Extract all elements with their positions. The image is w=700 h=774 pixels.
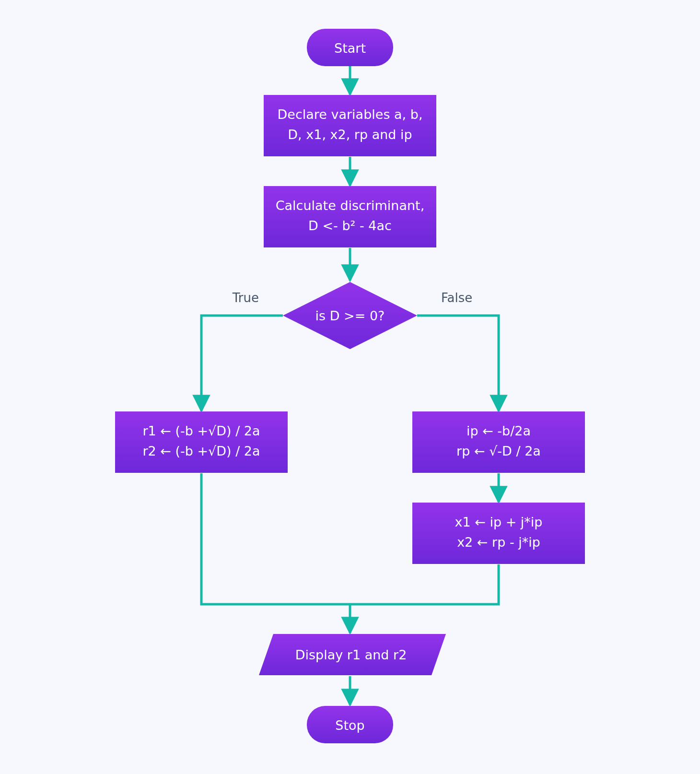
node-display: Display r1 and r2 xyxy=(259,634,446,675)
node-discriminant: Calculate discriminant, D <- b² - 4ac xyxy=(264,186,436,247)
node-real: r1 ← (-b +√D) / 2a r2 ← (-b +√D) / 2a xyxy=(115,411,288,473)
node-imagparts-l1: ip ← -b/2a xyxy=(467,423,531,438)
node-real-l1: r1 ← (-b +√D) / 2a xyxy=(142,423,260,438)
svg-rect-5 xyxy=(412,411,585,473)
node-stop: Stop xyxy=(307,706,393,743)
node-start-text: Start xyxy=(334,41,366,56)
node-declare-l1: Declare variables a, b, xyxy=(278,107,423,122)
node-display-text: Display r1 and r2 xyxy=(295,647,407,662)
node-imagparts-l2: rp ← √-D / 2a xyxy=(456,444,541,458)
node-discriminant-l2: D <- b² - 4ac xyxy=(308,218,392,233)
node-discriminant-l1: Calculate discriminant, xyxy=(276,198,425,213)
label-true: True xyxy=(232,291,259,305)
svg-rect-2 xyxy=(264,186,436,247)
node-start: Start xyxy=(307,29,393,66)
node-imagparts: ip ← -b/2a rp ← √-D / 2a xyxy=(412,411,585,473)
node-combine-l1: x1 ← ip + j*ip xyxy=(455,515,542,529)
node-declare-l2: D, x1, x2, rp and ip xyxy=(288,127,412,142)
label-false: False xyxy=(441,291,472,305)
svg-rect-4 xyxy=(115,411,288,473)
node-real-l2: r2 ← (-b +√D) / 2a xyxy=(142,444,260,458)
node-declare: Declare variables a, b, D, x1, x2, rp an… xyxy=(264,95,436,156)
node-stop-text: Stop xyxy=(335,718,364,733)
svg-rect-1 xyxy=(264,95,436,156)
svg-rect-6 xyxy=(412,503,585,564)
flowchart-canvas: True False Start Declare variables a, b,… xyxy=(0,0,700,774)
node-combine: x1 ← ip + j*ip x2 ← rp - j*ip xyxy=(412,503,585,564)
node-decision-text: is D >= 0? xyxy=(315,308,385,323)
node-combine-l2: x2 ← rp - j*ip xyxy=(457,535,540,550)
